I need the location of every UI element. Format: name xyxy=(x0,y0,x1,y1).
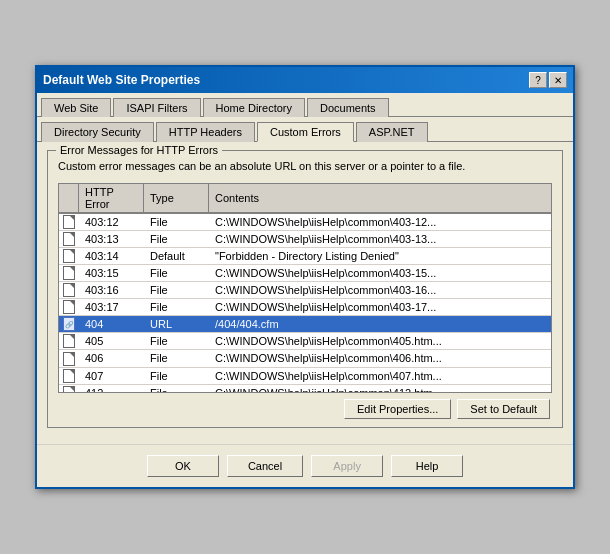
type-cell: File xyxy=(146,230,211,247)
cancel-button[interactable]: Cancel xyxy=(227,455,303,477)
file-icon xyxy=(63,266,75,280)
table-row[interactable]: 403:12FileC:\WINDOWS\help\iisHelp\common… xyxy=(59,214,551,231)
error-cell: 403:15 xyxy=(81,264,146,281)
tab-custom-errors[interactable]: Custom Errors xyxy=(257,122,354,142)
contents-cell: C:\WINDOWS\help\iisHelp\common\403-15... xyxy=(211,264,551,281)
edit-properties-button[interactable]: Edit Properties... xyxy=(344,399,451,419)
contents-cell: C:\WINDOWS\help\iisHelp\common\405.htm..… xyxy=(211,333,551,350)
table-row[interactable]: 406FileC:\WINDOWS\help\iisHelp\common\40… xyxy=(59,350,551,367)
title-bar: Default Web Site Properties ? ✕ xyxy=(37,67,573,93)
apply-button[interactable]: Apply xyxy=(311,455,383,477)
description-text: Custom error messages can be an absolute… xyxy=(58,159,552,174)
error-cell: 407 xyxy=(81,367,146,384)
error-messages-group: Error Messages for HTTP Errors Custom er… xyxy=(47,150,563,427)
error-cell: 403:12 xyxy=(81,214,146,231)
error-table-body: 403:12FileC:\WINDOWS\help\iisHelp\common… xyxy=(59,214,551,393)
type-cell: File xyxy=(146,264,211,281)
contents-cell: C:\WINDOWS\help\iisHelp\common\412.htm..… xyxy=(211,384,551,393)
close-title-button[interactable]: ✕ xyxy=(549,72,567,88)
set-to-default-button[interactable]: Set to Default xyxy=(457,399,550,419)
table-row[interactable]: 403:15FileC:\WINDOWS\help\iisHelp\common… xyxy=(59,264,551,281)
file-icon xyxy=(63,369,75,383)
content-area: Error Messages for HTTP Errors Custom er… xyxy=(37,142,573,443)
title-bar-buttons: ? ✕ xyxy=(529,72,567,88)
contents-cell: C:\WINDOWS\help\iisHelp\common\406.htm..… xyxy=(211,350,551,367)
contents-cell: "Forbidden - Directory Listing Denied" xyxy=(211,247,551,264)
tab-http-headers[interactable]: HTTP Headers xyxy=(156,122,255,142)
tab-isapi[interactable]: ISAPI Filters xyxy=(113,98,200,117)
file-icon xyxy=(63,249,75,263)
type-cell: File xyxy=(146,214,211,231)
help-button[interactable]: Help xyxy=(391,455,463,477)
error-cell: 406 xyxy=(81,350,146,367)
contents-cell: /404/404.cfm xyxy=(211,316,551,333)
action-buttons: Edit Properties... Set to Default xyxy=(58,399,552,419)
table-row[interactable]: 🔗404URL/404/404.cfm xyxy=(59,316,551,333)
file-icon xyxy=(63,300,75,314)
tab-directory-security[interactable]: Directory Security xyxy=(41,122,154,142)
type-cell: URL xyxy=(146,316,211,333)
type-cell: Default xyxy=(146,247,211,264)
file-icon xyxy=(63,283,75,297)
table-row[interactable]: 412FileC:\WINDOWS\help\iisHelp\common\41… xyxy=(59,384,551,393)
url-icon: 🔗 xyxy=(63,317,75,331)
error-cell: 403:13 xyxy=(81,230,146,247)
tab-website[interactable]: Web Site xyxy=(41,98,111,117)
help-title-button[interactable]: ? xyxy=(529,72,547,88)
error-cell: 405 xyxy=(81,333,146,350)
bottom-buttons: OK Cancel Apply Help xyxy=(37,444,573,487)
table-row[interactable]: 405FileC:\WINDOWS\help\iisHelp\common\40… xyxy=(59,333,551,350)
error-cell: 403:14 xyxy=(81,247,146,264)
col-header-type: Type xyxy=(144,183,209,212)
file-icon xyxy=(63,386,75,393)
table-row[interactable]: 403:14Default"Forbidden - Directory List… xyxy=(59,247,551,264)
table-row[interactable]: 403:16FileC:\WINDOWS\help\iisHelp\common… xyxy=(59,282,551,299)
table-row[interactable]: 407FileC:\WINDOWS\help\iisHelp\common\40… xyxy=(59,367,551,384)
type-cell: File xyxy=(146,282,211,299)
tabs-row2: Directory Security HTTP Headers Custom E… xyxy=(37,117,573,142)
group-label: Error Messages for HTTP Errors xyxy=(56,144,222,156)
tab-aspnet[interactable]: ASP.NET xyxy=(356,122,428,142)
contents-cell: C:\WINDOWS\help\iisHelp\common\407.htm..… xyxy=(211,367,551,384)
contents-cell: C:\WINDOWS\help\iisHelp\common\403-13... xyxy=(211,230,551,247)
table-row[interactable]: 403:13FileC:\WINDOWS\help\iisHelp\common… xyxy=(59,230,551,247)
contents-cell: C:\WINDOWS\help\iisHelp\common\403-16... xyxy=(211,282,551,299)
col-header-contents: Contents xyxy=(209,183,552,212)
dialog-window: Default Web Site Properties ? ✕ Web Site… xyxy=(35,65,575,488)
col-header-error: HTTP Error xyxy=(79,183,144,212)
type-cell: File xyxy=(146,299,211,316)
tabs-row1: Web Site ISAPI Filters Home Directory Do… xyxy=(37,93,573,117)
contents-cell: C:\WINDOWS\help\iisHelp\common\403-12... xyxy=(211,214,551,231)
file-icon xyxy=(63,215,75,229)
error-table-header: HTTP Error Type Contents xyxy=(58,183,552,213)
file-icon xyxy=(63,334,75,348)
contents-cell: C:\WINDOWS\help\iisHelp\common\403-17... xyxy=(211,299,551,316)
type-cell: File xyxy=(146,367,211,384)
error-cell: 404 xyxy=(81,316,146,333)
type-cell: File xyxy=(146,350,211,367)
tab-home-directory[interactable]: Home Directory xyxy=(203,98,305,117)
ok-button[interactable]: OK xyxy=(147,455,219,477)
tab-documents[interactable]: Documents xyxy=(307,98,389,117)
type-cell: File xyxy=(146,384,211,393)
file-icon xyxy=(63,352,75,366)
dialog-title: Default Web Site Properties xyxy=(43,73,200,87)
error-cell: 403:16 xyxy=(81,282,146,299)
error-cell: 403:17 xyxy=(81,299,146,316)
table-row[interactable]: 403:17FileC:\WINDOWS\help\iisHelp\common… xyxy=(59,299,551,316)
error-table-container[interactable]: 403:12FileC:\WINDOWS\help\iisHelp\common… xyxy=(58,213,552,393)
file-icon xyxy=(63,232,75,246)
error-cell: 412 xyxy=(81,384,146,393)
type-cell: File xyxy=(146,333,211,350)
